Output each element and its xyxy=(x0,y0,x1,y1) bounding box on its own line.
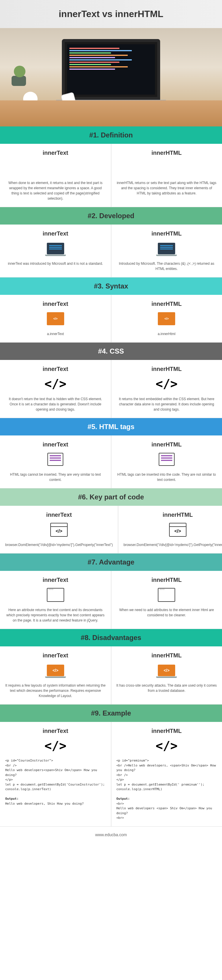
comparison-row: innerTextbrowser.DomElement("//div[@id='… xyxy=(0,506,222,554)
column-left: innerTextinnerText was introduced by Mic… xyxy=(0,224,111,277)
column-right: innerHTMLIntroduced by Microsoft. The ch… xyxy=(111,224,222,277)
column-heading: innerHTML xyxy=(116,728,217,734)
column-left: innerTextWhen done to an element, it ret… xyxy=(0,144,111,207)
column-left: innerTextbrowser.DomElement("//div[@id='… xyxy=(0,506,118,553)
section-icon xyxy=(156,311,177,327)
column-right: innerHTMLIt has cross-site security atta… xyxy=(111,646,222,704)
column-text: a.innerHtml xyxy=(116,331,217,337)
column-left: innerTextIt requires a few layouts of sy… xyxy=(0,646,111,704)
section-icon: </> xyxy=(45,738,66,754)
section-icon xyxy=(45,160,66,176)
section-icon xyxy=(156,160,177,176)
column-heading: innerHTML xyxy=(116,441,217,448)
page-header: innerText vs innerHTML xyxy=(0,0,222,28)
code-example: <p id="preminum"> <br />Hello web develo… xyxy=(116,758,217,821)
section-icon xyxy=(156,451,177,467)
column-right: innerHTMLinnerHTML returns or sets the t… xyxy=(111,144,222,207)
column-text: HTML tags can be inserted into the code.… xyxy=(116,472,217,482)
comparison-row: innerTextinnerText was introduced by Mic… xyxy=(0,224,222,277)
column-heading: innerHTML xyxy=(116,577,217,583)
comparison-row: innerTextHTML tags cannot be inserted. T… xyxy=(0,436,222,488)
column-right: innerHTMLa.innerHtml xyxy=(111,295,222,342)
column-text: a.innerText xyxy=(5,331,106,337)
column-heading: innerHTML xyxy=(116,150,217,156)
column-left: innerTextHere an attribute returns the t… xyxy=(0,571,111,629)
column-heading: innerHTML xyxy=(116,301,217,307)
section-icon xyxy=(45,311,66,327)
column-text: It doesn't return the text that is hidde… xyxy=(5,396,106,412)
column-right: innerHTMLbrowser.DomElement("//div[@id='… xyxy=(118,506,222,553)
column-heading: innerText xyxy=(5,577,106,583)
column-text: innerText was introduced by Microsoft an… xyxy=(5,261,106,266)
column-right: innerHTMLWhen we need to add attributes … xyxy=(111,571,222,629)
column-left: innerText</>It doesn't return the text t… xyxy=(0,360,111,418)
column-text: It requires a few layouts of system info… xyxy=(5,683,106,698)
column-heading: innerHTML xyxy=(116,366,217,372)
column-text: When we need to add attributes to the el… xyxy=(116,607,217,618)
section-header-8: #8. Disadvantages xyxy=(0,629,222,646)
footer-url: www.educba.com xyxy=(0,827,222,843)
section-icon: </> xyxy=(156,738,177,754)
column-heading: innerHTML xyxy=(116,230,217,237)
code-example: <p id="CourseInstructor"> <br /> Hello w… xyxy=(5,758,106,806)
hero-image xyxy=(0,28,222,126)
column-heading: innerText xyxy=(5,512,113,518)
section-icon: </> xyxy=(45,376,66,392)
column-text: When done to an element, it returns a te… xyxy=(5,180,106,201)
section-icon xyxy=(45,662,66,678)
section-header-2: #2. Developed xyxy=(0,207,222,224)
column-heading: innerText xyxy=(5,366,106,372)
column-heading: innerText xyxy=(5,728,106,734)
column-text: Here an attribute returns the text conte… xyxy=(5,607,106,623)
section-icon xyxy=(156,587,177,603)
column-text: HTML tags cannot be inserted. They are v… xyxy=(5,472,106,482)
section-header-6: #6. Key part of code xyxy=(0,488,222,506)
column-heading: innerHTML xyxy=(116,652,217,659)
column-right: innerHTML</>It returns the text embedded… xyxy=(111,360,222,418)
comparison-row: innerText</>It doesn't return the text t… xyxy=(0,360,222,418)
column-text: browser.DomElement("//div[@id='mydemo']"… xyxy=(5,542,113,547)
section-icon xyxy=(45,587,66,603)
column-right: innerHTML</><p id="preminum"> <br />Hell… xyxy=(111,722,222,826)
column-left: innerTexta.innerText xyxy=(0,295,111,342)
column-text: It returns the text embedded within the … xyxy=(116,396,217,412)
column-left: innerText</><p id="CourseInstructor"> <b… xyxy=(0,722,111,826)
section-icon xyxy=(45,240,66,256)
comparison-row: innerTextHere an attribute returns the t… xyxy=(0,571,222,629)
column-text: innerHTML returns or sets the text part … xyxy=(116,180,217,196)
section-header-5: #5. HTML tags xyxy=(0,418,222,436)
column-heading: innerHTML xyxy=(124,512,222,518)
comparison-row: innerTextWhen done to an element, it ret… xyxy=(0,144,222,207)
section-header-9: #9. Example xyxy=(0,705,222,722)
section-icon xyxy=(168,522,188,538)
comparison-row: innerTextIt requires a few layouts of sy… xyxy=(0,646,222,705)
column-heading: innerText xyxy=(5,150,106,156)
section-icon xyxy=(156,240,177,256)
column-right: innerHTMLHTML tags can be inserted into … xyxy=(111,436,222,488)
section-icon xyxy=(49,522,69,538)
comparison-row: innerTexta.innerTextinnerHTMLa.innerHtml xyxy=(0,295,222,342)
section-header-3: #3. Syntax xyxy=(0,277,222,295)
column-heading: innerText xyxy=(5,441,106,448)
column-heading: innerText xyxy=(5,301,106,307)
section-header-4: #4. CSS xyxy=(0,342,222,360)
column-heading: innerText xyxy=(5,230,106,237)
page-title: innerText vs innerHTML xyxy=(6,9,216,19)
section-icon xyxy=(156,662,177,678)
section-header-1: #1. Definition xyxy=(0,126,222,144)
section-header-7: #7. Advantage xyxy=(0,554,222,571)
column-text: It has cross-site security attacks. The … xyxy=(116,683,217,693)
section-icon xyxy=(45,451,66,467)
column-left: innerTextHTML tags cannot be inserted. T… xyxy=(0,436,111,488)
comparison-row: innerText</><p id="CourseInstructor"> <b… xyxy=(0,722,222,827)
section-icon: </> xyxy=(156,376,177,392)
column-text: Introduced by Microsoft. The characters … xyxy=(116,261,217,271)
column-heading: innerText xyxy=(5,652,106,659)
column-text: browser.DomElement("//div[@id='mydemo']"… xyxy=(124,542,222,547)
